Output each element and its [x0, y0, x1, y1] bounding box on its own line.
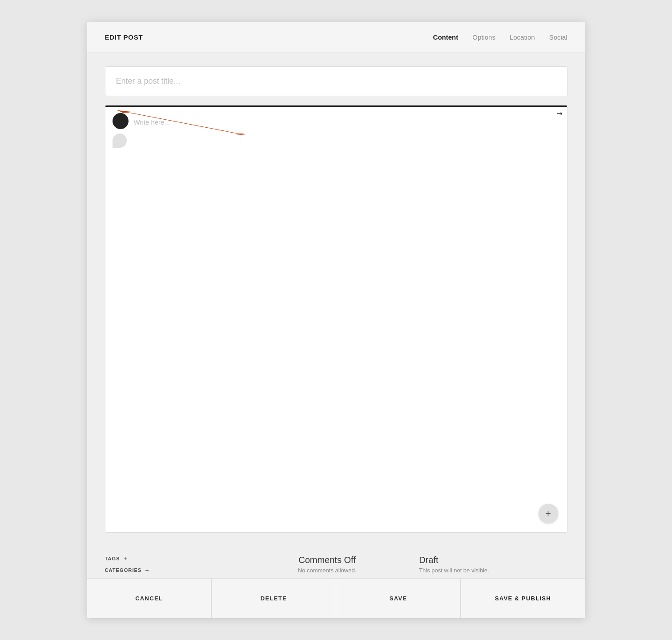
edit-post-modal: EDIT POST Content Options Location Socia…	[87, 22, 585, 618]
tab-content[interactable]: Content	[433, 33, 459, 41]
draft-section: Draft This post will not be visible.	[401, 555, 567, 574]
header-navigation: Content Options Location Social	[433, 33, 567, 41]
content-area: ↗ Write here...	[87, 53, 585, 546]
cancel-button[interactable]: CANCEL	[87, 579, 212, 618]
categories-add-button[interactable]: +	[145, 567, 149, 574]
tags-label: TAGS	[105, 556, 120, 561]
comments-description: No comments allowed.	[253, 567, 401, 574]
tab-social[interactable]: Social	[549, 33, 567, 41]
add-block-button[interactable]: +	[539, 504, 558, 523]
save-publish-button[interactable]: SAVE & PUBLISH	[461, 579, 585, 618]
title-input-wrapper	[105, 66, 567, 96]
comments-status: Comments Off	[253, 555, 401, 565]
categories-label: CATEGORIES	[105, 567, 142, 573]
tags-add-button[interactable]: +	[124, 555, 127, 562]
tags-row: TAGS +	[105, 555, 253, 562]
editor-wrapper: ↗ Write here...	[105, 105, 567, 533]
tab-location[interactable]: Location	[510, 33, 535, 41]
modal-footer: CANCEL DELETE SAVE SAVE & PUBLISH	[87, 578, 585, 618]
editor-body[interactable]: Write here...	[105, 107, 567, 154]
editor-placeholder: Write here...	[134, 118, 170, 126]
modal-title: EDIT POST	[105, 33, 143, 41]
categories-row: CATEGORIES +	[105, 567, 253, 574]
modal-header: EDIT POST Content Options Location Socia…	[87, 22, 585, 53]
delete-button[interactable]: DELETE	[212, 579, 336, 618]
svg-point-2	[236, 134, 245, 135]
meta-left: TAGS + CATEGORIES +	[105, 555, 253, 574]
metadata-row: TAGS + CATEGORIES + Comments Off No comm…	[87, 546, 585, 578]
draft-status: Draft	[419, 555, 567, 565]
save-button[interactable]: SAVE	[336, 579, 461, 618]
tab-options[interactable]: Options	[472, 33, 495, 41]
post-title-input[interactable]	[116, 77, 556, 86]
user-avatar-icon	[113, 113, 129, 129]
comments-section: Comments Off No comments allowed.	[253, 555, 401, 574]
draft-description: This post will not be visible.	[419, 567, 567, 574]
ghost-avatar-icon	[113, 134, 127, 148]
